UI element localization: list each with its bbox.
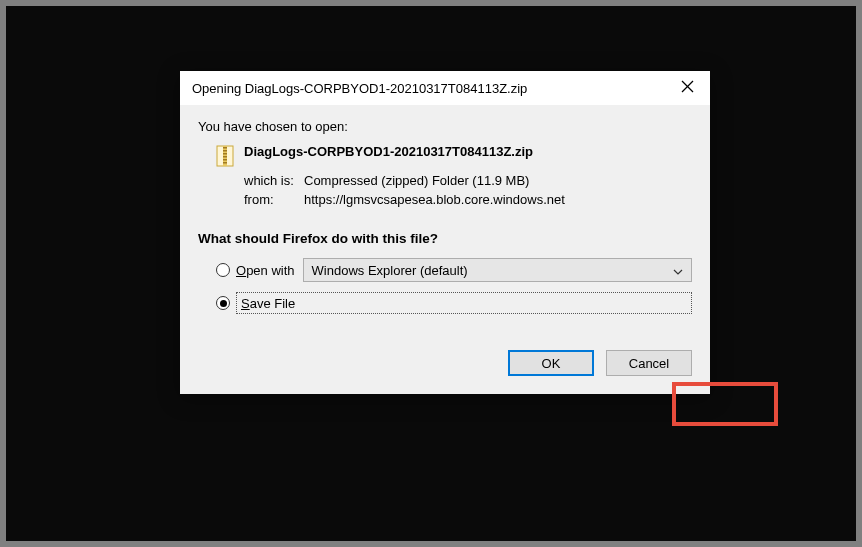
close-icon (681, 80, 694, 96)
titlebar: Opening DiagLogs-CORPBYOD1-20210317T0841… (180, 71, 710, 105)
titlebar-text: Opening DiagLogs-CORPBYOD1-20210317T0841… (192, 81, 664, 96)
intro-text: You have chosen to open: (198, 119, 692, 134)
open-with-combo-value: Windows Explorer (default) (312, 263, 468, 278)
open-with-radio[interactable] (216, 263, 230, 277)
svg-rect-9 (223, 162, 227, 164)
file-type-value: Compressed (zipped) Folder (11.9 MB) (304, 173, 529, 188)
save-file-label-box[interactable]: Save File (236, 292, 692, 314)
file-from-value: https://lgmsvcsapesea.blob.core.windows.… (304, 192, 565, 207)
open-with-label[interactable]: Open with (236, 263, 295, 278)
download-dialog: Opening DiagLogs-CORPBYOD1-20210317T0841… (180, 71, 710, 394)
filename-text: DiagLogs-CORPBYOD1-20210317T084113Z.zip (244, 144, 533, 159)
cancel-button[interactable]: Cancel (606, 350, 692, 376)
ok-button[interactable]: OK (508, 350, 594, 376)
open-with-combo[interactable]: Windows Explorer (default) (303, 258, 692, 282)
chevron-down-icon (673, 263, 683, 278)
button-row: OK Cancel (198, 350, 692, 376)
file-from-row: from: https://lgmsvcsapesea.blob.core.wi… (244, 192, 692, 207)
save-file-radio[interactable] (216, 296, 230, 310)
zip-file-icon (216, 145, 234, 167)
svg-rect-6 (223, 153, 227, 155)
open-with-row: Open with Windows Explorer (default) (216, 258, 692, 282)
save-file-row: Save File (216, 292, 692, 314)
svg-rect-7 (223, 156, 227, 158)
dialog-body: You have chosen to open: DiagLogs-CORPBY… (180, 105, 710, 394)
svg-rect-5 (223, 150, 227, 152)
which-is-label: which is: (244, 173, 304, 188)
from-label: from: (244, 192, 304, 207)
close-button[interactable] (664, 71, 710, 105)
action-question: What should Firefox do with this file? (198, 231, 692, 246)
file-type-row: which is: Compressed (zipped) Folder (11… (244, 173, 692, 188)
file-row: DiagLogs-CORPBYOD1-20210317T084113Z.zip (216, 144, 692, 167)
svg-rect-8 (223, 159, 227, 161)
svg-rect-4 (223, 147, 227, 149)
